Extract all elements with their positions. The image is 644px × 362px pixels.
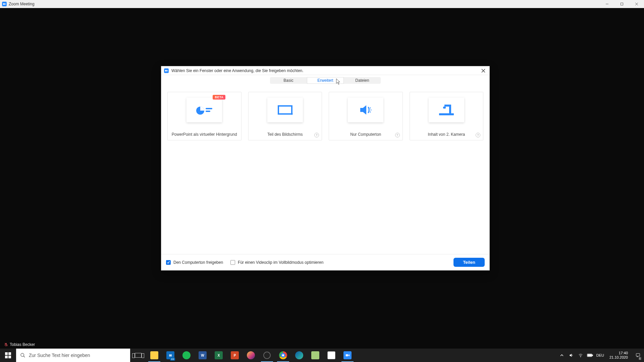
svg-rect-2 <box>621 3 623 5</box>
dialog-title: Wählen Sie ein Fenster oder eine Anwendu… <box>171 68 304 73</box>
tab-files[interactable]: Dateien <box>344 77 381 84</box>
taskbar-app-edge[interactable] <box>291 349 307 362</box>
help-icon[interactable]: ? <box>395 133 400 137</box>
checkbox-optimize-video[interactable]: Für einen Videoclip im Vollbildmodus opt… <box>230 260 323 265</box>
chrome-icon <box>279 351 287 359</box>
windows-logo-icon <box>5 352 11 358</box>
window-title: Zoom Meeting <box>9 2 35 6</box>
svg-line-25 <box>23 356 25 357</box>
tab-basic[interactable]: Basic <box>270 77 307 84</box>
minimize-button[interactable] <box>600 0 614 8</box>
taskbar-app-obs[interactable] <box>259 349 275 362</box>
taskbar-app-file-explorer[interactable] <box>146 349 162 362</box>
svg-rect-18 <box>449 105 451 113</box>
task-view-button[interactable] <box>130 349 146 362</box>
svg-point-27 <box>580 357 581 357</box>
document-camera-icon <box>429 98 464 122</box>
option-portion-of-screen[interactable]: + Teil des Bildschirms ? <box>248 92 322 140</box>
svg-rect-26 <box>346 354 348 356</box>
beta-badge: BETA <box>213 95 225 100</box>
tray-notifications-button[interactable]: 1 <box>633 349 643 362</box>
taskbar-search-box[interactable]: Zur Suche Text hier eingeben <box>16 349 130 362</box>
svg-rect-19 <box>443 107 446 109</box>
svg-rect-20 <box>5 352 8 355</box>
taskbar-app-zoom[interactable] <box>339 349 356 362</box>
svg-point-24 <box>21 353 24 356</box>
tray-battery-icon[interactable] <box>587 352 593 358</box>
option-computer-audio-only[interactable]: Nur Computerton ? <box>329 92 403 140</box>
tab-advanced[interactable]: Erweitert <box>307 77 344 84</box>
svg-text:+: + <box>291 112 293 116</box>
taskbar-app-notepadpp[interactable] <box>307 349 323 362</box>
search-icon <box>20 353 25 358</box>
option-label: Teil des Bildschirms <box>266 132 304 137</box>
svg-rect-22 <box>5 356 8 358</box>
svg-rect-12 <box>278 106 292 114</box>
svg-rect-29 <box>592 355 593 356</box>
word-icon: W <box>199 351 207 359</box>
taskbar-app-paint[interactable] <box>323 349 339 362</box>
svg-rect-6 <box>165 70 167 71</box>
dialog-footer: Den Computerton freigeben Für einen Vide… <box>161 254 489 270</box>
taskbar-app-chrome[interactable] <box>275 349 291 362</box>
option-powerpoint-virtual-bg[interactable]: BETA PowerPoint als virtueller Hintergru… <box>167 92 241 140</box>
share-screen-dialog: Wählen Sie ein Fenster oder eine Anwendu… <box>161 66 490 270</box>
close-window-button[interactable] <box>629 0 644 8</box>
notification-count-badge: 1 <box>639 357 641 360</box>
taskbar-app-mail[interactable]: ✉69 <box>162 349 178 362</box>
svg-rect-23 <box>8 356 11 358</box>
help-icon[interactable]: ? <box>476 133 480 137</box>
maximize-button[interactable] <box>614 0 629 8</box>
svg-point-14 <box>370 107 371 108</box>
participant-name-label: Tobias Becker <box>10 342 35 347</box>
share-button[interactable]: Teilen <box>453 258 485 267</box>
svg-rect-30 <box>588 354 591 356</box>
option-label: PowerPoint als virtueller Hintergrund <box>170 132 238 137</box>
svg-point-16 <box>370 111 371 112</box>
option-label: Inhalt von 2. Kamera <box>426 132 466 137</box>
tray-clock[interactable]: 17:40 21.10.2020 <box>607 351 630 359</box>
svg-rect-10 <box>206 108 212 109</box>
tray-wifi-icon[interactable] <box>578 352 584 358</box>
zoom-app-icon <box>164 68 169 73</box>
tray-language-indicator[interactable]: DEU <box>596 353 604 357</box>
participant-name-tag: Tobias Becker <box>2 342 37 348</box>
dialog-header: Wählen Sie ein Fenster oder eine Anwendu… <box>161 66 489 75</box>
start-button[interactable] <box>0 349 16 362</box>
tray-date: 21.10.2020 <box>609 355 628 360</box>
svg-rect-17 <box>439 113 454 115</box>
edge-icon <box>295 351 303 359</box>
system-tray: DEU 17:40 21.10.2020 1 <box>559 349 644 362</box>
window-titlebar: Zoom Meeting <box>0 0 644 8</box>
powerpoint-icon: P <box>231 351 239 359</box>
spotify-icon <box>182 351 191 359</box>
tray-time: 17:40 <box>609 351 628 355</box>
option-label: Nur Computerton <box>349 132 382 137</box>
checkbox-share-computer-audio[interactable]: Den Computerton freigeben <box>166 260 223 265</box>
window-controls <box>600 0 644 8</box>
taskbar-app-spotify[interactable] <box>178 349 195 362</box>
taskbar-app-icons: ✉69 W X P <box>130 349 356 362</box>
dialog-tabs: Basic Erweitert Dateien <box>270 77 381 84</box>
close-dialog-button[interactable] <box>480 67 487 74</box>
share-options-grid: BETA PowerPoint als virtueller Hintergru… <box>161 84 489 140</box>
taskbar-app-excel[interactable]: X <box>211 349 227 362</box>
tray-volume-icon[interactable] <box>568 352 574 358</box>
option-second-camera[interactable]: Inhalt von 2. Kamera ? <box>410 92 484 140</box>
excel-icon: X <box>215 351 223 359</box>
speaker-icon <box>348 98 383 122</box>
svg-rect-11 <box>206 111 210 112</box>
help-icon[interactable]: ? <box>314 133 319 137</box>
task-view-icon <box>135 353 142 358</box>
windows-taskbar: Zur Suche Text hier eingeben ✉69 W X P D… <box>0 349 644 362</box>
search-placeholder: Zur Suche Text hier eingeben <box>29 353 90 358</box>
taskbar-app-powerpoint[interactable]: P <box>227 349 243 362</box>
taskbar-app-eclipse[interactable] <box>243 349 259 362</box>
taskbar-app-word[interactable]: W <box>195 349 211 362</box>
checkbox-label: Den Computerton freigeben <box>173 260 223 265</box>
svg-point-15 <box>371 109 372 110</box>
paint-icon <box>327 351 335 359</box>
portion-screen-icon: + <box>267 98 303 122</box>
tray-overflow-button[interactable] <box>559 352 565 358</box>
obs-icon <box>263 352 271 359</box>
